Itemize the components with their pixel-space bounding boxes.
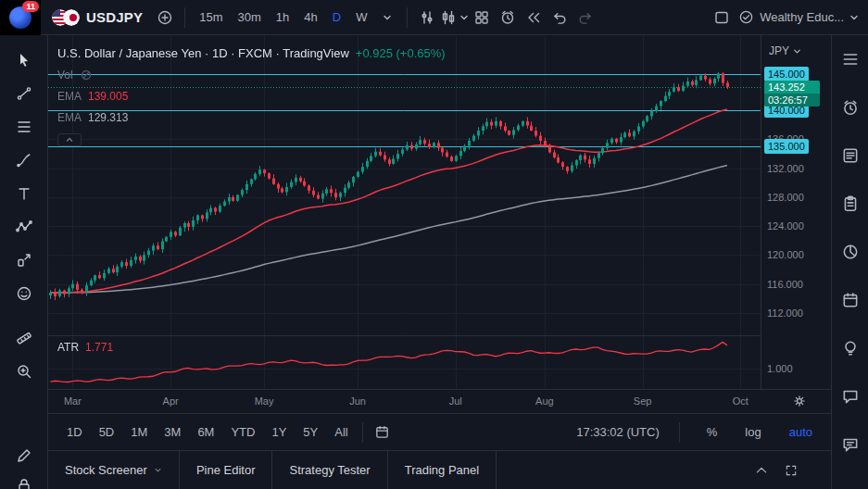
interval-4h[interactable]: 4h [296, 6, 324, 28]
range-6m[interactable]: 6M [190, 422, 221, 442]
undo-icon[interactable] [547, 5, 572, 31]
chart-style-button[interactable] [440, 5, 469, 31]
xabcd-pattern-tool-icon[interactable] [11, 214, 37, 240]
currency-selector[interactable]: JPY [769, 44, 801, 57]
interval-1h[interactable]: 1h [269, 6, 296, 28]
atr-legend[interactable]: ATR 1.771 [57, 341, 113, 354]
legend-title: U.S. Dollar / Japanese Yen · 1D · FXCM ·… [57, 46, 349, 60]
interval-dropdown[interactable] [374, 5, 400, 31]
price-axis-label: 128.000 [767, 190, 804, 205]
ema-fast-label: EMA [57, 90, 82, 103]
header-toolbar: 11 USDJPY 15m30m1h4hDW [0, 0, 868, 35]
calendar-icon[interactable] [839, 289, 862, 311]
brush-tool-icon[interactable] [11, 147, 37, 173]
time-axis-month: Jun [345, 395, 371, 407]
interval-30m[interactable]: 30m [231, 6, 269, 28]
range-3m[interactable]: 3M [157, 422, 188, 442]
symbol-add-button[interactable] [152, 5, 178, 31]
cursor-tool-icon[interactable] [11, 47, 37, 73]
legend-symbol-row[interactable]: U.S. Dollar / Japanese Yen · 1D · FXCM ·… [57, 43, 446, 64]
panel-collapse-icon[interactable] [755, 464, 768, 477]
maximize-panel-icon[interactable] [785, 464, 798, 477]
ema-fast-value: 139.005 [88, 90, 128, 103]
forecast-tool-icon[interactable] [11, 247, 37, 273]
volume-label: Vol [57, 69, 73, 82]
alert-clock-icon[interactable] [495, 5, 521, 31]
time-axis-month: Oct [727, 395, 753, 407]
chart-region: U.S. Dollar / Japanese Yen · 1D · FXCM ·… [48, 35, 831, 489]
range-all[interactable]: All [327, 422, 355, 442]
atr-value: 1.771 [85, 341, 113, 354]
logo[interactable]: 11 [0, 0, 41, 35]
range-5y[interactable]: 5Y [296, 422, 325, 442]
save-layout-icon[interactable] [709, 5, 735, 31]
price-axis-label: 112.000 [767, 306, 803, 320]
level-price-label: 145.000 [764, 67, 809, 82]
lock-tool-icon[interactable] [11, 472, 37, 489]
auto-scale-button[interactable]: auto [782, 422, 820, 442]
log-scale-button[interactable]: log [737, 422, 768, 442]
interval-group: 15m30m1h4hDW [192, 6, 374, 28]
symbol-switcher[interactable]: USDJPY [41, 0, 152, 35]
ideas-bulb-icon[interactable] [839, 337, 862, 359]
ema-slow-value: 129.313 [88, 111, 128, 124]
redo-icon[interactable] [572, 5, 598, 31]
legend-collapse-icon[interactable] [57, 133, 82, 146]
indicators-icon[interactable] [414, 5, 440, 31]
percent-scale-button[interactable]: % [699, 422, 725, 442]
range-1d[interactable]: 1D [59, 422, 90, 442]
gear-icon[interactable] [792, 394, 807, 408]
alerts-clock-icon[interactable] [839, 96, 862, 119]
range-5d[interactable]: 5D [92, 422, 122, 442]
range-toolbar: 1D5D1M3M6MYTD1Y5YAll 17:33:02 (UTC) % lo… [48, 413, 831, 450]
drawing-toolbar [0, 35, 48, 489]
interval-W[interactable]: W [348, 6, 374, 28]
measure-ruler-tool-icon[interactable] [11, 325, 37, 351]
chat-icon[interactable] [839, 385, 862, 408]
legend-volume-row[interactable]: Vol [57, 64, 446, 85]
tab-trading-panel[interactable]: Trading Panel [388, 451, 497, 489]
chevron-down-icon [793, 47, 801, 56]
watchlist-icon[interactable] [839, 48, 862, 70]
tab-stock-screener[interactable]: Stock Screener [48, 451, 180, 489]
price-axis[interactable]: JPY 136.000132.000128.000124.000120.0001… [761, 35, 831, 413]
hotlists-icon[interactable] [839, 241, 862, 263]
time-axis-month: May [251, 395, 277, 407]
fib-retracement-tool-icon[interactable] [11, 114, 37, 140]
text-tool-icon[interactable] [11, 181, 37, 207]
bar-countdown: 03:26:57 [764, 94, 820, 107]
utc-clock[interactable]: 17:33:02 (UTC) [576, 425, 660, 439]
time-axis-month: Aug [532, 395, 558, 407]
interval-D[interactable]: D [325, 6, 348, 28]
tab-strategy-tester[interactable]: Strategy Tester [272, 451, 387, 489]
legend-change: +0.925 (+0.65%) [356, 46, 446, 60]
layout-menu[interactable]: Wealthy Educ... [735, 9, 868, 25]
tab-pine-editor[interactable]: Pine Editor [180, 451, 273, 489]
trend-line-tool-icon[interactable] [11, 81, 37, 107]
legend-ema-fast-row[interactable]: EMA 139.005 [57, 85, 446, 107]
help-chat-icon[interactable] [839, 433, 862, 456]
symbol-name: USDJPY [86, 9, 143, 25]
pencil-tool-icon[interactable] [11, 443, 37, 469]
atr-axis-label: 1.000 [767, 361, 793, 376]
last-price-value: 143.252 [768, 81, 816, 94]
layout-name-label: Wealthy Educ... [760, 10, 844, 24]
news-icon[interactable] [839, 144, 862, 167]
go-to-date-icon[interactable] [370, 420, 396, 445]
bar-replay-icon[interactable] [521, 5, 547, 31]
range-ytd[interactable]: YTD [223, 422, 262, 442]
multichart-layout-icon[interactable] [469, 5, 495, 31]
data-window-icon[interactable] [839, 193, 862, 215]
eye-off-icon[interactable] [80, 69, 93, 82]
price-axis-label: 124.000 [767, 219, 804, 233]
range-1m[interactable]: 1M [123, 422, 155, 442]
zoom-in-tool-icon[interactable] [11, 358, 37, 384]
time-axis[interactable]: MarAprMayJunJulAugSepOct [48, 389, 831, 413]
interval-15m[interactable]: 15m [192, 6, 230, 28]
range-1y[interactable]: 1Y [264, 422, 294, 442]
emoji-tool-icon[interactable] [11, 281, 37, 307]
time-axis-month: Mar [59, 395, 85, 407]
japan-flag-icon [63, 9, 80, 26]
legend-ema-slow-row[interactable]: EMA 129.313 [57, 107, 446, 128]
atr-label: ATR [57, 341, 79, 354]
